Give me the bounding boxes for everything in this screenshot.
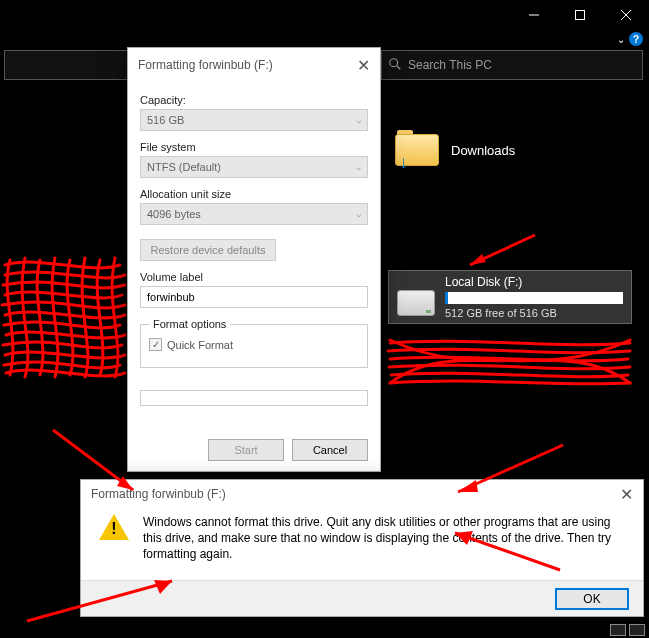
- help-icon[interactable]: ?: [629, 32, 643, 46]
- disk-usage-bar: [445, 292, 623, 304]
- filesystem-select[interactable]: NTFS (Default)⌵: [140, 156, 368, 178]
- annotation-arrow: [43, 420, 143, 504]
- annotation-arrow: [448, 440, 568, 504]
- ribbon-expand-icon[interactable]: ⌄: [617, 34, 625, 45]
- svg-line-5: [397, 65, 401, 69]
- redaction-scribble: [0, 255, 130, 385]
- checkbox-icon: ✓: [149, 338, 162, 351]
- svg-line-12: [455, 533, 560, 570]
- search-box[interactable]: Search This PC: [382, 57, 642, 74]
- msgbox-close-icon[interactable]: ✕: [620, 485, 633, 504]
- tray-icon[interactable]: [610, 624, 626, 636]
- allocation-label: Allocation unit size: [140, 188, 368, 200]
- warning-icon: !: [99, 514, 129, 563]
- format-dialog: Formatting forwinbub (F:) ✕ Capacity: 51…: [127, 47, 381, 472]
- local-disk-tile[interactable]: Local Disk (F:) 512 GB free of 516 GB: [388, 270, 632, 324]
- folder-icon: ↓: [395, 130, 439, 170]
- chevron-down-icon: ⌵: [356, 115, 361, 125]
- disk-drive-icon: [397, 290, 435, 316]
- minimize-button[interactable]: [511, 0, 557, 30]
- allocation-select[interactable]: 4096 bytes⌵: [140, 203, 368, 225]
- download-arrow-icon: ↓: [399, 152, 408, 173]
- capacity-label: Capacity:: [140, 94, 368, 106]
- format-options-group: Format options ✓ Quick Format: [140, 318, 368, 368]
- ribbon-bar: ⌄ ?: [0, 30, 649, 48]
- start-button[interactable]: Start: [208, 439, 284, 461]
- search-placeholder: Search This PC: [408, 58, 492, 72]
- filesystem-label: File system: [140, 141, 368, 153]
- capacity-select[interactable]: 516 GB⌵: [140, 109, 368, 131]
- close-button[interactable]: [603, 0, 649, 30]
- format-progress-bar: [140, 390, 368, 406]
- svg-marker-15: [154, 580, 172, 594]
- downloads-folder[interactable]: ↓ Downloads: [395, 130, 515, 170]
- folder-label: Downloads: [451, 143, 515, 158]
- maximize-button[interactable]: [557, 0, 603, 30]
- format-options-legend: Format options: [149, 318, 230, 330]
- restore-defaults-button[interactable]: Restore device defaults: [140, 239, 276, 261]
- annotation-arrow: [460, 230, 540, 274]
- svg-point-4: [390, 58, 398, 66]
- svg-marker-7: [470, 254, 486, 265]
- taskbar-tray: [610, 624, 645, 636]
- disk-name: Local Disk (F:): [445, 275, 623, 289]
- tray-icon[interactable]: [629, 624, 645, 636]
- dialog-close-icon[interactable]: ✕: [357, 56, 370, 75]
- chevron-down-icon: ⌵: [356, 209, 361, 219]
- annotation-arrow: [22, 576, 182, 630]
- search-icon: [388, 57, 402, 74]
- redaction-scribble: [385, 335, 635, 390]
- ok-button[interactable]: OK: [555, 588, 629, 610]
- dialog-title: Formatting forwinbub (F:): [138, 58, 273, 72]
- quick-format-checkbox[interactable]: ✓ Quick Format: [149, 338, 359, 351]
- annotation-arrow: [445, 525, 565, 579]
- chevron-down-icon: ⌵: [356, 162, 361, 172]
- svg-rect-1: [576, 11, 585, 20]
- volume-label-input[interactable]: [140, 286, 368, 308]
- cancel-button[interactable]: Cancel: [292, 439, 368, 461]
- svg-line-14: [27, 581, 172, 621]
- window-titlebar: [0, 0, 649, 30]
- disk-free-text: 512 GB free of 516 GB: [445, 307, 623, 319]
- volume-label-label: Volume label: [140, 271, 368, 283]
- svg-marker-11: [458, 480, 478, 492]
